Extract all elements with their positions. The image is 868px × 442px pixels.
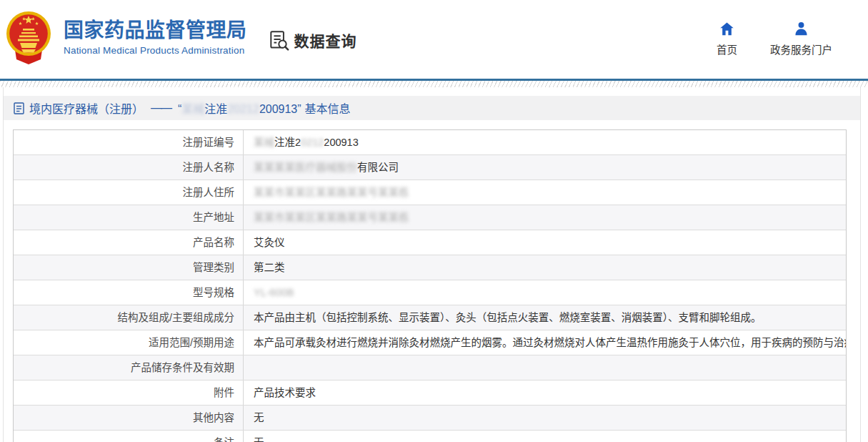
data-query-label: 数据查询 [294, 29, 357, 51]
table-row-remarks: 备注 无 [14, 431, 846, 442]
row-label: 适用范围/预期用途 [14, 330, 244, 355]
org-name-en: National Medical Products Administration [64, 45, 247, 56]
breadcrumb-suffix: 基本信息 [305, 99, 351, 117]
table-row-storage-conditions: 产品储存条件及有效期 [14, 355, 846, 380]
table-row-production-address: 生产地址 某某市某某区某某路某某号某某栋 [14, 205, 846, 230]
org-name-cn: 国家药品监督管理局 [64, 19, 247, 43]
table-row-reg-number: 注册证编号 某械注准20212200913 [14, 130, 846, 155]
table-row-management-class: 管理类别 第二类 [14, 255, 846, 280]
redacted-text: 某某市某某区某某路某某号某某栋 [254, 187, 409, 198]
row-value: 某械注准20212200913 [244, 130, 846, 154]
breadcrumb: 境内医疗器械（注册） —— “某械注准20212200913” 基本信息 [4, 96, 860, 120]
table-row-model-spec: 型号规格 YL-600B [14, 280, 846, 305]
document-search-icon [269, 30, 289, 51]
redacted-text: YL-600B [254, 287, 294, 298]
row-label: 注册人名称 [14, 155, 244, 180]
table-row-attachment: 附件 产品技术要求 [14, 380, 846, 406]
attachment-link[interactable]: 产品技术要求 [244, 380, 846, 405]
redacted-cert-prefix: 某械 [181, 103, 204, 115]
row-label: 其他内容 [14, 406, 244, 430]
home-icon [719, 21, 735, 37]
row-value: 本产品由主机（包括控制系统、显示装置）、灸头（包括点火装置、燃烧室装置、消烟装置… [244, 305, 846, 330]
nav-home-label: 首页 [717, 41, 737, 57]
redacted-text: 某械 [254, 137, 274, 148]
redacted-text: 某某某某医疗器械股份 [254, 162, 357, 173]
org-titles: 国家药品监督管理局 National Medical Products Admi… [64, 19, 247, 56]
row-value [244, 355, 846, 380]
row-value: 某某市某某区某某路某某号某某栋 [244, 180, 846, 205]
row-label: 备注 [14, 431, 244, 442]
table-row-registrant-name: 注册人名称 某某某某医疗器械股份有限公司 [14, 155, 846, 180]
data-query-button[interactable]: 数据查询 [269, 29, 357, 51]
row-label: 管理类别 [14, 255, 244, 280]
row-value: 无 [244, 406, 846, 430]
nav-home[interactable]: 首页 [717, 21, 737, 57]
header-divider-hatch [0, 81, 868, 87]
table-row-registrant-address: 注册人住所 某某市某某区某某路某某号某某栋 [14, 180, 846, 205]
nav-portal[interactable]: 政务服务门户 [770, 21, 832, 57]
site-header: 国家药品监督管理局 National Medical Products Admi… [0, 0, 868, 79]
redacted-cert-middle: 20212 [227, 103, 259, 115]
row-label: 注册人住所 [14, 180, 244, 205]
row-value: 某某市某某区某某路某某号某某栋 [244, 205, 846, 230]
row-value: 某某某某医疗器械股份有限公司 [244, 155, 846, 180]
table-row-structure: 结构及组成/主要组成成分 本产品由主机（包括控制系统、显示装置）、灸头（包括点火… [14, 305, 846, 330]
row-label: 产品储存条件及有效期 [14, 355, 244, 380]
row-value: 第二类 [244, 255, 846, 280]
document-icon [14, 102, 24, 114]
table-row-product-name: 产品名称 艾灸仪 [14, 230, 846, 255]
table-row-intended-use: 适用范围/预期用途 本产品可承载灸材进行燃烧并消除灸材燃烧产生的烟雾。通过灸材燃… [14, 330, 846, 355]
row-value: YL-600B [244, 280, 846, 305]
national-emblem-icon [6, 9, 51, 65]
row-label: 注册证编号 [14, 130, 244, 154]
redacted-text: 某某市某某区某某路某某号某某栋 [254, 212, 409, 223]
breadcrumb-section[interactable]: 境内医疗器械（注册） [29, 99, 144, 117]
breadcrumb-dash: —— [151, 102, 171, 114]
row-value: 无 [244, 431, 846, 442]
redacted-text: 0212 [301, 137, 324, 148]
top-nav: 首页 政务服务门户 [717, 21, 832, 57]
row-label: 型号规格 [14, 280, 244, 305]
table-row-other-content: 其他内容 无 [14, 406, 846, 431]
registration-info-table: 注册证编号 某械注准20212200913 注册人名称 某某某某医疗器械股份有限… [13, 129, 847, 442]
row-label: 结构及组成/主要组成成分 [14, 305, 244, 330]
row-value: 本产品可承载灸材进行燃烧并消除灸材燃烧产生的烟雾。通过灸材燃烧对人体产生温热作用… [244, 330, 846, 355]
content-container: 境内医疗器械（注册） —— “某械注准20212200913” 基本信息 注册证… [3, 87, 861, 442]
row-value: 艾灸仪 [244, 230, 846, 255]
row-label: 附件 [14, 380, 244, 405]
person-icon [793, 21, 809, 37]
nmpa-logo-link[interactable]: 国家药品监督管理局 National Medical Products Admi… [6, 9, 247, 65]
row-label: 产品名称 [14, 230, 244, 255]
breadcrumb-title: “某械注准20212200913” [178, 99, 301, 117]
nav-portal-label: 政务服务门户 [770, 41, 832, 57]
row-label: 生产地址 [14, 205, 244, 230]
